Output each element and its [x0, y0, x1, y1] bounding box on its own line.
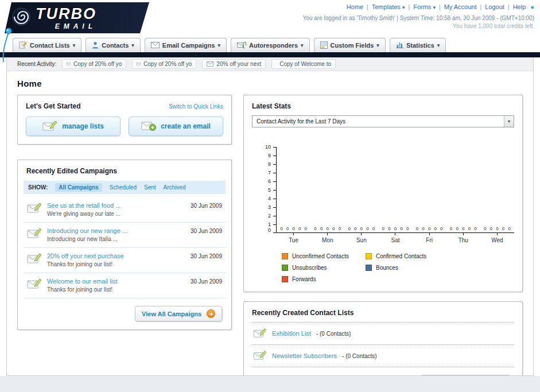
- chart-value-label: 0: [490, 226, 492, 231]
- chart-value-label: 0: [332, 226, 335, 231]
- dropdown-arrow-icon: ▾: [433, 5, 436, 10]
- tab-contact-lists[interactable]: Contact Lists ▾: [13, 38, 81, 52]
- tab-autoresponders[interactable]: Autoresponders ▾: [231, 38, 310, 52]
- campaign-title-link[interactable]: 20% off your next purchase: [47, 253, 124, 259]
- recently-edited-campaigns-panel: Recently Edited Campaigns SHOW: All Camp…: [17, 160, 232, 330]
- recent-activity-item[interactable]: Copy of 20% off yo: [132, 59, 196, 69]
- content-frame: Recent Activity: Copy of 20% off yo Copy…: [6, 57, 534, 376]
- latest-stats-panel: Latest Stats Contact Activity for the La…: [243, 95, 523, 292]
- tab-statistics[interactable]: Statistics ▾: [390, 38, 446, 52]
- chart-value-label: 0: [360, 226, 363, 231]
- envelope-pencil-icon: [27, 227, 42, 242]
- stats-period-select[interactable]: Contact Activity for the Last 7 Days ▼: [252, 115, 514, 127]
- email-campaigns-icon: [151, 42, 160, 49]
- contact-lists-icon: [19, 41, 27, 50]
- chart-value-label: 0: [422, 226, 424, 231]
- credits-text: You have 1,000 total credits left.: [303, 23, 534, 29]
- chart-value-label: 0: [462, 226, 464, 231]
- y-tick-label: 8: [268, 162, 271, 167]
- campaign-title-link[interactable]: Welcome to our email list: [47, 278, 118, 285]
- y-tick-label: 9: [268, 153, 271, 158]
- separator: |: [439, 4, 441, 10]
- recent-activity-item[interactable]: 20% off your next: [202, 59, 266, 69]
- top-link-home[interactable]: Home: [347, 3, 363, 10]
- y-tick-mark: [273, 147, 276, 148]
- campaign-title-link[interactable]: See us at the retail food ...: [47, 202, 121, 209]
- campaign-date: 30 Jun 2009: [191, 227, 222, 242]
- y-tick-label: 1: [268, 222, 271, 227]
- tab-custom-fields[interactable]: Custom Fields ▾: [314, 38, 386, 52]
- chart-y-axis: 012345678910: [255, 147, 276, 233]
- legend-swatch-icon: [282, 265, 288, 271]
- top-link-help[interactable]: Help: [513, 3, 526, 10]
- top-right-area: Home | Templates ▾ | Forms ▾ | My Accoun…: [303, 3, 534, 29]
- campaigns-panel-title: Recently Edited Campaigns: [26, 167, 226, 175]
- antenna-decoration: [0, 28, 13, 65]
- chart-value-label: 0: [354, 226, 356, 231]
- legend-swatch-icon: [366, 265, 372, 271]
- chart-value-label: 0: [416, 226, 418, 231]
- envelope-pencil-icon: [27, 278, 42, 293]
- page-footer: [0, 376, 540, 392]
- top-link-forms[interactable]: Forms ▾: [413, 3, 436, 10]
- envelope-icon: [67, 61, 71, 67]
- header: TURBO EMAIL Home | Templates ▾ | Forms ▾…: [0, 0, 540, 37]
- brand-dot-icon: ●: [530, 3, 534, 10]
- envelope-pencil-icon: [253, 328, 267, 339]
- contact-lists-panel-title: Recently Created Contact Lists: [252, 309, 514, 323]
- chart-value-label: 0: [440, 226, 442, 231]
- legend-item: Forwards: [282, 276, 366, 282]
- campaign-row: Introducing our new range ... Introducin…: [24, 223, 226, 248]
- chart-value-label: 0: [394, 226, 397, 231]
- recent-activity-item[interactable]: Copy of 20% off yo: [62, 59, 126, 69]
- tab-email-campaigns[interactable]: Email Campaigns ▾: [145, 38, 227, 52]
- brand-name-top: TURBO: [36, 6, 96, 22]
- recent-activity-item[interactable]: Copy of Welcome to: [271, 59, 336, 69]
- dropdown-arrow-icon: ▾: [73, 42, 76, 48]
- manage-lists-button[interactable]: manage lists: [26, 117, 121, 136]
- legend-label: Confirmed Contacts: [376, 253, 426, 259]
- chart-value-label: 0: [298, 226, 301, 231]
- chart-group: 00000: [378, 226, 412, 232]
- switch-quick-links-link[interactable]: Switch to Quick Links: [169, 103, 223, 110]
- dropdown-arrow-icon: ▾: [437, 42, 440, 48]
- view-all-campaigns-button[interactable]: View All Campaigns ➜: [135, 306, 222, 321]
- contact-list-count: - (0 Contacts): [316, 331, 351, 337]
- chart-value-label: 0: [484, 226, 486, 231]
- legend-label: Bounces: [376, 265, 398, 271]
- campaign-title-link[interactable]: Introducing our new range ...: [47, 227, 127, 234]
- top-link-my-account[interactable]: My Account: [444, 3, 477, 10]
- select-arrow-icon: ▼: [504, 116, 514, 127]
- logo-text: TURBO EMAIL: [36, 6, 96, 30]
- envelope-pencil-icon: [253, 350, 267, 362]
- filter-sent[interactable]: Sent: [144, 184, 156, 191]
- y-tick-label: 0: [268, 228, 271, 233]
- contact-list-link[interactable]: Newsletter Subscribers: [272, 352, 337, 359]
- top-link-templates[interactable]: Templates ▾: [372, 3, 405, 10]
- chart-value-label: 0: [320, 226, 323, 231]
- filter-scheduled[interactable]: Scheduled: [110, 184, 137, 191]
- legend-label: Unconfirmed Contacts: [292, 253, 349, 259]
- contact-list-link[interactable]: Exhibition List: [272, 330, 311, 337]
- contacts-icon: [92, 41, 99, 50]
- top-link-logout[interactable]: Logout: [485, 3, 504, 10]
- create-email-button[interactable]: create an email: [129, 117, 223, 136]
- campaign-subtitle: Thanks for joining our list!: [47, 261, 124, 267]
- campaign-date: 30 Jun 2009: [191, 278, 222, 293]
- chart-value-label: 0: [468, 226, 471, 231]
- y-tick-mark: [273, 232, 276, 233]
- chart-x-axis-labels: TueMonSunSatFriThuWed: [277, 233, 514, 243]
- x-axis-day-label: Sun: [344, 233, 378, 243]
- x-axis-day-label: Thu: [446, 233, 480, 243]
- y-tick-mark: [273, 207, 276, 208]
- filter-all-campaigns[interactable]: All Campaigns: [55, 183, 102, 192]
- filter-archived[interactable]: Archived: [164, 184, 186, 191]
- x-axis-day-label: Sat: [378, 233, 412, 243]
- campaign-row: 20% off your next purchase Thanks for jo…: [24, 248, 226, 273]
- tab-contacts[interactable]: Contacts ▾: [86, 38, 141, 52]
- legend-swatch-icon: [282, 276, 288, 282]
- contact-activity-chart: 012345678910 000000000000000000000000000…: [252, 147, 514, 233]
- chart-value-label: 0: [456, 226, 458, 231]
- chart-value-label: 0: [388, 226, 390, 231]
- custom-fields-icon: [320, 41, 328, 50]
